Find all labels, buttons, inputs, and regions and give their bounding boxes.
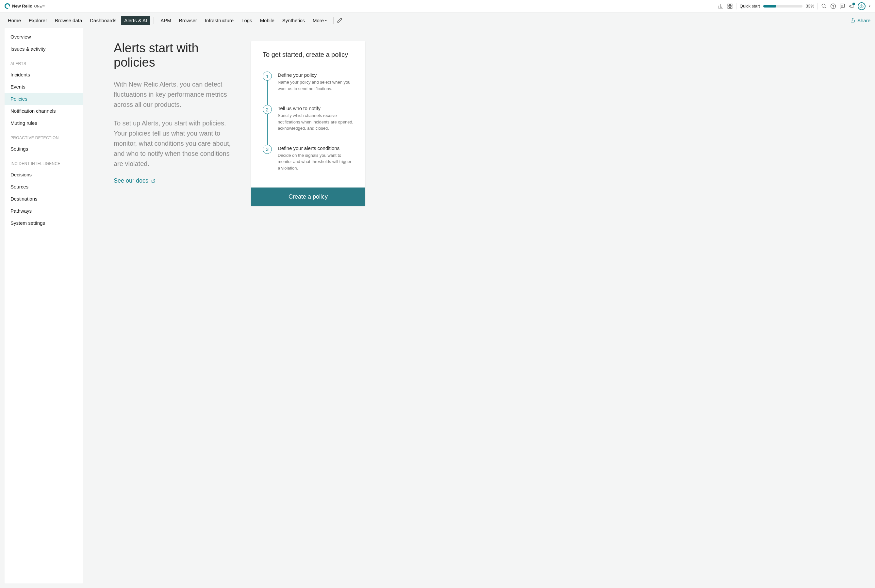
body: OverviewIssues & activityALERTSIncidents… [0, 28, 875, 588]
sidebar-item-system-settings[interactable]: System settings [5, 217, 83, 229]
feedback-icon[interactable] [839, 3, 845, 9]
nav-browse-data[interactable]: Browse data [52, 16, 85, 25]
nav-browser[interactable]: Browser [176, 16, 200, 25]
svg-rect-3 [730, 6, 732, 8]
step-number: 3 [263, 145, 272, 154]
step-description: Name your policy and select when you wan… [278, 79, 354, 92]
hero: Alerts start with policies With New Reli… [114, 41, 238, 184]
sidebar-item-muting-rules[interactable]: Muting rules [5, 117, 83, 129]
nav-synthetics[interactable]: Synthetics [279, 16, 308, 25]
sidebar-item-notification-channels[interactable]: Notification channels [5, 105, 83, 117]
card-title: To get started, create a policy [263, 51, 354, 58]
sidebar-section-header: INCIDENT INTELLIGENCE [5, 155, 83, 168]
quickstart-progress [763, 5, 803, 8]
sidebar-item-events[interactable]: Events [5, 81, 83, 93]
main-content: Alerts start with policies With New Reli… [87, 28, 870, 584]
sidebar-section-header: ALERTS [5, 55, 83, 69]
step-description: Specify which channels receive notificat… [278, 112, 354, 132]
sidebar-item-pathways[interactable]: Pathways [5, 205, 83, 217]
onboarding-step: 3Define your alerts conditionsDecide on … [263, 145, 354, 171]
step-title: Define your policy [278, 72, 354, 78]
search-icon[interactable] [821, 3, 827, 9]
nav-mobile[interactable]: Mobile [257, 16, 278, 25]
sidebar-item-decisions[interactable]: Decisions [5, 168, 83, 181]
create-policy-button[interactable]: Create a policy [251, 188, 365, 206]
see-docs-link[interactable]: See our docs [114, 177, 156, 184]
sidebar-item-destinations[interactable]: Destinations [5, 193, 83, 205]
page-title: Alerts start with policies [114, 41, 238, 70]
brand-area[interactable]: New Relic ONE™ [5, 3, 45, 9]
chevron-down-icon[interactable]: ▾ [869, 4, 870, 8]
brand-name: New Relic [12, 4, 32, 9]
user-avatar[interactable] [858, 2, 866, 10]
main-nav: HomeExplorerBrowse dataDashboardsAlerts … [0, 12, 875, 28]
step-title: Define your alerts conditions [278, 146, 354, 151]
sidebar-item-sources[interactable]: Sources [5, 181, 83, 193]
nav-dashboards[interactable]: Dashboards [87, 16, 120, 25]
chevron-down-icon: ▾ [325, 19, 327, 22]
edit-icon[interactable] [337, 17, 343, 23]
nav-infrastructure[interactable]: Infrastructure [202, 16, 237, 25]
step-number: 2 [263, 105, 272, 114]
sidebar-item-settings[interactable]: Settings [5, 143, 83, 155]
svg-rect-0 [728, 4, 729, 6]
nav-apm[interactable]: APM [157, 16, 174, 25]
nav-more[interactable]: More▾ [309, 16, 330, 25]
svg-point-7 [861, 6, 862, 7]
apps-grid-icon[interactable] [727, 3, 733, 9]
svg-rect-2 [728, 6, 729, 8]
step-description: Decide on the signals you want to monito… [278, 152, 354, 171]
share-button[interactable]: Share [850, 18, 870, 23]
announcements-icon[interactable] [848, 3, 854, 9]
brand-suffix: ONE™ [34, 4, 45, 8]
share-label: Share [857, 18, 870, 23]
notification-dot [852, 3, 855, 5]
sidebar-item-issues-activity[interactable]: Issues & activity [5, 43, 83, 55]
help-icon[interactable] [830, 3, 836, 9]
nav-logs[interactable]: Logs [238, 16, 255, 25]
global-header: New Relic ONE™ Quick start 33% ▾ [0, 0, 875, 12]
nav-alerts-ai[interactable]: Alerts & AI [121, 16, 150, 25]
svg-point-6 [833, 8, 833, 8]
sidebar-item-incidents[interactable]: Incidents [5, 69, 83, 81]
header-actions: Quick start 33% ▾ [718, 2, 870, 10]
sidebar: OverviewIssues & activityALERTSIncidents… [5, 28, 83, 584]
external-link-icon [151, 178, 156, 183]
divider [818, 3, 818, 9]
svg-point-4 [822, 4, 825, 8]
onboarding-step: 2Tell us who to notifySpecify which chan… [263, 105, 354, 145]
docs-link-label: See our docs [114, 177, 149, 184]
onboarding-step: 1Define your policyName your policy and … [263, 72, 354, 105]
step-number: 1 [263, 72, 272, 81]
hero-paragraph-1: With New Relic Alerts, you can detect fl… [114, 80, 238, 110]
svg-rect-1 [730, 4, 732, 6]
quickstart-percent: 33% [806, 4, 814, 9]
step-title: Tell us who to notify [278, 105, 354, 111]
sidebar-item-policies[interactable]: Policies [5, 93, 83, 105]
hero-paragraph-2: To set up Alerts, you start with policie… [114, 118, 238, 169]
quickstart-label[interactable]: Quick start [740, 4, 760, 9]
sidebar-item-overview[interactable]: Overview [5, 31, 83, 43]
sidebar-section-header: PROACTIVE DETECTION [5, 129, 83, 143]
nav-explorer[interactable]: Explorer [26, 16, 50, 25]
divider [153, 16, 154, 24]
query-builder-icon[interactable] [718, 3, 724, 9]
nav-home[interactable]: Home [5, 16, 24, 25]
get-started-card: To get started, create a policy 1Define … [251, 41, 365, 206]
logo-icon [5, 3, 10, 9]
divider [736, 3, 737, 9]
